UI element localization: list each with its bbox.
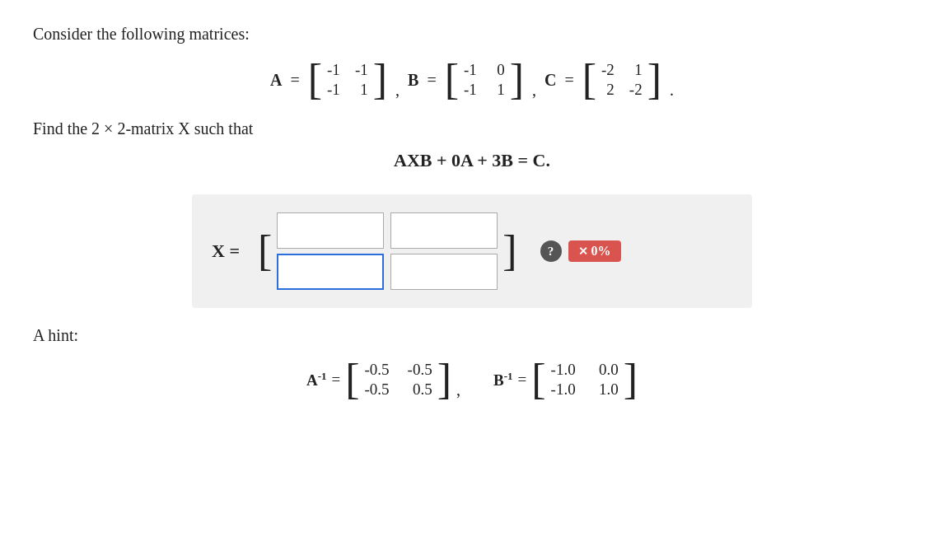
hint-b-equals: = [518, 371, 527, 389]
a-grid: -1 -1 -1 1 [324, 59, 372, 100]
b-matrix: [ -1 0 -1 1 ] [445, 58, 524, 101]
a-cell-11: 1 [355, 81, 368, 99]
c-cell-01: 1 [629, 61, 643, 79]
hint-a-cell-10: -0.5 [365, 380, 390, 399]
a-cell-01: -1 [355, 61, 368, 79]
a-bracket-left: [ [308, 58, 322, 101]
hint-b-matrix: [ -1.0 0.0 -1.0 1.0 ] [531, 358, 638, 401]
a-label: A [270, 71, 282, 90]
score-badge: ✕ 0% [568, 240, 621, 262]
a-inverse-group: A-1 = [ -0.5 -0.5 -0.5 0.5 ] , [306, 358, 460, 401]
c-cell-00: -2 [601, 61, 615, 79]
c-bracket-right: ] [647, 58, 661, 101]
comma-2: , [532, 81, 536, 100]
comma-1: , [395, 81, 400, 100]
x-matrix-input: [ ] [258, 209, 517, 293]
x-input-01[interactable] [390, 212, 498, 249]
hint-a-bracket-left: [ [345, 358, 359, 401]
b-cell-01: 0 [492, 61, 505, 79]
x-bracket-left: [ [258, 230, 272, 273]
matrices-display: A = [ -1 -1 -1 1 ] , B = [ -1 0 -1 1 ] ,… [33, 58, 911, 101]
c-cell-11: -2 [629, 81, 643, 99]
b-equals: = [427, 71, 436, 90]
equation-text: AXB + 0A + 3B = C. [394, 150, 550, 171]
x-input-00[interactable] [277, 212, 384, 249]
find-text: Find the 2 × 2-matrix X such that [33, 119, 911, 138]
hint-a-bracket-right: ] [437, 358, 451, 401]
hint-b-cell-11: 1.0 [594, 380, 619, 399]
c-cell-10: 2 [601, 81, 615, 99]
c-label: C [544, 71, 556, 90]
hint-b-cell-00: -1.0 [551, 361, 576, 379]
x-equals-label: X = [212, 240, 240, 262]
b-inverse-group: B-1 = [ -1.0 0.0 -1.0 1.0 ] [493, 358, 638, 401]
hint-a-cell-01: -0.5 [408, 361, 432, 379]
hint-b-cell-01: 0.0 [594, 361, 619, 379]
score-value: 0% [591, 244, 611, 259]
hint-a-equals: = [331, 371, 340, 389]
b-cell-00: -1 [464, 61, 477, 79]
period: . [670, 81, 674, 100]
hint-b-bracket-left: [ [531, 358, 545, 401]
a-cell-10: -1 [327, 81, 340, 99]
b-bracket-right: ] [510, 58, 524, 101]
b-cell-11: 1 [492, 81, 505, 99]
b-grid: -1 0 -1 1 [460, 59, 508, 100]
hint-b-bracket-right: ] [624, 358, 638, 401]
hint-b-grid: -1.0 0.0 -1.0 1.0 [548, 359, 622, 400]
a-matrix: [ -1 -1 -1 1 ] [308, 58, 387, 101]
c-equals: = [564, 71, 573, 90]
x-bracket-right: ] [502, 230, 516, 273]
hint-section: A hint: A-1 = [ -0.5 -0.5 -0.5 0.5 ] , [33, 326, 911, 401]
b-label: B [408, 71, 418, 90]
hint-matrices: A-1 = [ -0.5 -0.5 -0.5 0.5 ] , B-1 = [33, 358, 911, 401]
hint-a-matrix: [ -0.5 -0.5 -0.5 0.5 ] [345, 358, 451, 401]
c-bracket-left: [ [582, 58, 596, 101]
input-section: X = [ ] ? ✕ 0% [192, 194, 752, 308]
hint-a-cell-11: 0.5 [408, 380, 432, 399]
a-cell-00: -1 [327, 61, 340, 79]
equation-display: AXB + 0A + 3B = C. [33, 150, 911, 171]
a-equals: = [290, 71, 299, 90]
score-area: ? ✕ 0% [540, 240, 621, 262]
x-mark-icon: ✕ [578, 245, 588, 259]
hint-a-label: A-1 [306, 370, 327, 390]
x-input-10[interactable] [277, 254, 384, 290]
hint-comma: , [456, 380, 460, 399]
hint-a-grid: -0.5 -0.5 -0.5 0.5 [362, 359, 436, 400]
c-grid: -2 1 2 -2 [598, 59, 646, 100]
hint-b-label: B-1 [493, 370, 513, 390]
x-input-11[interactable] [390, 254, 498, 290]
help-button[interactable]: ? [540, 240, 562, 262]
hint-a-cell-00: -0.5 [365, 361, 390, 379]
hint-b-cell-10: -1.0 [551, 380, 576, 399]
intro-text: Consider the following matrices: [33, 25, 911, 44]
b-cell-10: -1 [464, 81, 477, 99]
hint-label: A hint: [33, 326, 911, 345]
b-bracket-left: [ [445, 58, 459, 101]
c-matrix: [ -2 1 2 -2 ] [582, 58, 661, 101]
a-bracket-right: ] [373, 58, 387, 101]
x-input-grid [273, 209, 501, 293]
